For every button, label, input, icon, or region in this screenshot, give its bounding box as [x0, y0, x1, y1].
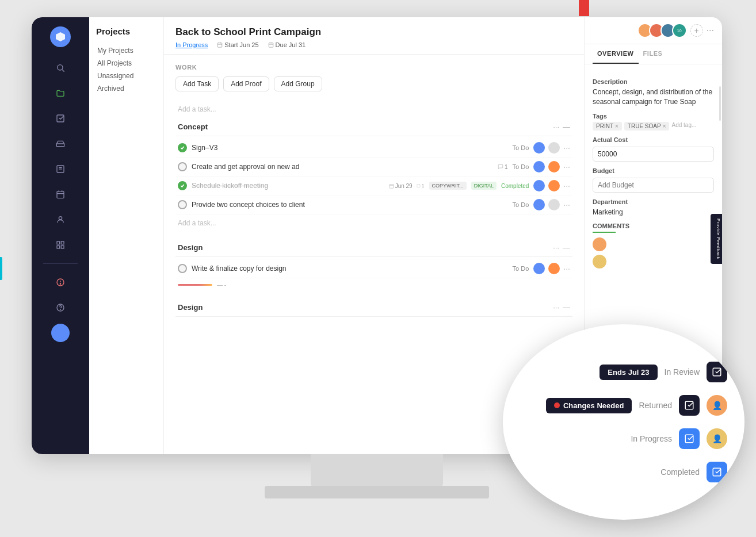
group-design-2-collapse[interactable]: —	[563, 303, 570, 312]
group-design-header: Design ··· —	[175, 239, 572, 257]
action-buttons: Add Task Add Proof Add Group	[175, 76, 572, 91]
comment-row-2	[593, 255, 714, 268]
task-more-btn[interactable]: ···	[563, 200, 570, 209]
comments-label: COMMENTS	[593, 223, 714, 229]
group-concept-collapse[interactable]: —	[563, 122, 570, 131]
sidebar-icon-inbox[interactable]	[50, 133, 71, 154]
sidebar-icon-calendar[interactable]	[50, 184, 71, 205]
comment-underline	[593, 232, 616, 233]
commenter-avatar-2	[593, 255, 606, 268]
sidebar-icon-tasks[interactable]	[50, 108, 71, 129]
task-meta: ···	[533, 180, 570, 191]
task-meta: ···	[533, 199, 570, 210]
task-check-done[interactable]	[178, 181, 187, 190]
group-design-title: Design	[178, 243, 203, 252]
zoom-row-1: Ends Jul 23 In Review	[520, 362, 727, 382]
tab-overview[interactable]: OVERVIEW	[593, 44, 639, 64]
project-meta: In Progress Start Jun 25 Due Jul 31	[175, 41, 572, 54]
table-row: Schedule kickoff meeting Jun 29 □ 1 COPY…	[175, 177, 572, 195]
add-proof-button[interactable]: Add Proof	[223, 76, 269, 91]
description-value: Concept, design, and distribution of the…	[593, 87, 714, 107]
sidebar-icon-grid[interactable]	[50, 235, 71, 255]
status-badge[interactable]: In Progress	[175, 41, 208, 48]
tag-true-soap: TRUE SOAP ×	[624, 122, 670, 131]
red-dot	[554, 402, 560, 408]
top-add-task[interactable]: Add a task...	[175, 101, 572, 118]
zoom-popup: Ends Jul 23 In Review Changes Needed Ret…	[503, 324, 744, 520]
sidebar-icon-review[interactable]	[50, 159, 71, 179]
department-label: Department	[593, 198, 714, 205]
sidebar-icon-folder[interactable]	[50, 83, 71, 103]
task-avatar	[533, 199, 545, 210]
feedback-tab[interactable]: Provide Feedback	[711, 214, 722, 264]
add-member-button[interactable]: +	[690, 24, 703, 37]
actual-cost-input[interactable]	[593, 147, 714, 162]
zoom-icon-review	[707, 362, 727, 382]
tab-files[interactable]: FILES	[639, 44, 667, 64]
task-check-done[interactable]	[178, 143, 187, 152]
svg-point-0	[58, 65, 63, 70]
nav-item-all-projects[interactable]: All Projects	[96, 57, 156, 70]
table-row: Sign–V3 To Do ···	[175, 139, 572, 158]
svg-rect-21	[218, 43, 223, 48]
project-title: Back to School Print Campaign	[175, 26, 572, 38]
group-design-collapse[interactable]: —	[563, 243, 570, 252]
user-avatar[interactable]	[51, 324, 70, 342]
add-tag-button[interactable]: Add tag...	[671, 122, 696, 131]
nav-panel: Projects My Projects All Projects Unassi…	[89, 17, 164, 454]
progress-meta: — -	[217, 282, 226, 288]
comment-count: 1	[498, 164, 508, 170]
task-status: To Do	[513, 163, 529, 170]
budget-input[interactable]	[593, 178, 714, 193]
progress-row: — -	[175, 278, 572, 291]
svg-point-18	[60, 283, 60, 284]
nav-item-my-projects[interactable]: My Projects	[96, 44, 156, 57]
group-design-2-header: Design ··· —	[175, 298, 572, 317]
budget-label: Budget	[593, 167, 714, 174]
task-more-btn[interactable]: ···	[563, 143, 570, 152]
due-date: Due Jul 31	[268, 41, 306, 48]
app-logo[interactable]	[50, 26, 71, 47]
svg-rect-7	[57, 191, 64, 198]
panel-header: 10 + ···	[585, 17, 722, 44]
panel-more-button[interactable]: ···	[707, 25, 714, 36]
nav-item-unassigned[interactable]: Unassigned	[96, 70, 156, 82]
zoom-row-3: In Progress 👤	[520, 428, 727, 449]
task-check-partial[interactable]	[178, 200, 187, 209]
group-design-2-more[interactable]: ···	[553, 303, 559, 312]
zoom-badge-changes: Changes Needed	[546, 398, 632, 413]
work-label: WORK	[175, 64, 572, 71]
table-row: Write & finalize copy for design To Do ·…	[175, 259, 572, 278]
task-avatar-2	[548, 263, 560, 274]
tag-remove-true-soap[interactable]: ×	[663, 123, 666, 129]
add-task-button[interactable]: Add Task	[175, 76, 219, 91]
sidebar-icon-notifications[interactable]	[50, 272, 71, 293]
sidebar-icon-person[interactable]	[50, 209, 71, 230]
tag-remove-print[interactable]: ×	[615, 123, 618, 129]
group-design: Design ··· — Write & finalize copy for d…	[175, 239, 572, 291]
task-more-btn[interactable]: ···	[563, 264, 570, 273]
group-design-more[interactable]: ···	[553, 243, 559, 252]
task-date: Jun 29	[389, 183, 413, 189]
right-panel-content: Description Concept, design, and distrib…	[585, 64, 722, 280]
task-meta: ···	[533, 142, 570, 154]
task-check-partial[interactable]	[178, 264, 187, 273]
sidebar-icon-help[interactable]	[50, 297, 71, 318]
concept-add-task[interactable]: Add a task...	[175, 214, 572, 232]
task-avatar-2	[548, 180, 560, 191]
avatar-group: 10	[637, 23, 687, 38]
task-more-btn[interactable]: ···	[563, 162, 570, 171]
svg-rect-2	[57, 115, 64, 122]
task-more-btn[interactable]: ···	[563, 181, 570, 190]
monitor-base	[265, 486, 489, 498]
comment-count-2: □ 1	[417, 183, 425, 189]
group-concept-title: Concept	[178, 122, 208, 131]
zoom-icon-returned	[679, 395, 700, 416]
sidebar-icon-search[interactable]	[50, 57, 71, 78]
add-group-button[interactable]: Add Group	[274, 76, 322, 91]
group-concept-more[interactable]: ···	[553, 122, 559, 131]
zoom-badge-ends-jul: Ends Jul 23	[600, 365, 657, 380]
nav-title: Projects	[96, 26, 156, 36]
nav-item-archived[interactable]: Archived	[96, 82, 156, 95]
task-check-partial[interactable]	[178, 162, 187, 171]
